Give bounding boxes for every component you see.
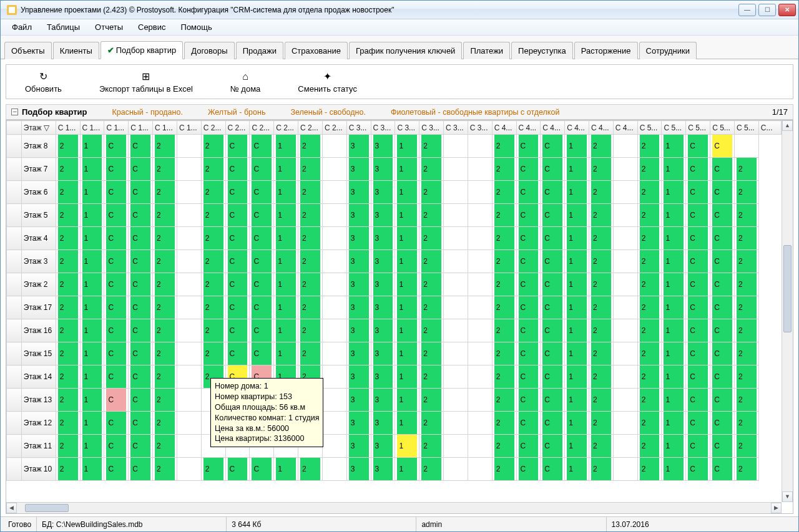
grid-cell[interactable]: 3	[371, 296, 395, 319]
grid-cell[interactable]: 1	[395, 204, 419, 227]
grid-cell[interactable]: 2	[492, 227, 516, 250]
grid-cell[interactable]: C	[225, 204, 250, 227]
table-row[interactable]: Этаж 821CC22CC1233122CC1221CC	[7, 135, 782, 158]
grid-cell[interactable]: 1	[395, 135, 419, 158]
grid-cell[interactable]: 2	[492, 181, 516, 204]
grid-cell[interactable]: 1	[80, 250, 104, 273]
column-header[interactable]: С 2...	[201, 121, 225, 135]
grid-cell[interactable]: 1	[395, 458, 419, 481]
grid-cell[interactable]: 2	[298, 181, 323, 204]
grid-cell[interactable]: C	[104, 389, 129, 412]
column-header[interactable]: С 1...	[56, 121, 80, 135]
grid-cell[interactable]: C	[129, 412, 153, 435]
grid-cell[interactable]: 2	[298, 135, 323, 158]
grid-cell[interactable]: C	[516, 342, 541, 365]
collapse-icon[interactable]	[11, 109, 18, 115]
grid-cell[interactable]: 2	[492, 296, 516, 319]
grid-cell[interactable]: 2	[637, 296, 662, 319]
grid-cell[interactable]: 3	[346, 342, 371, 365]
grid-cell[interactable]: C	[516, 250, 541, 273]
menu-help[interactable]: Помощь	[174, 20, 220, 34]
grid-cell[interactable]: 1	[565, 181, 589, 204]
refresh-button[interactable]: ↻Обновить	[6, 68, 81, 96]
grid-cell[interactable]: 2	[201, 181, 225, 204]
grid-cell[interactable]	[613, 250, 637, 273]
grid-cell[interactable]: 3	[346, 435, 371, 458]
grid-cell[interactable]	[444, 250, 468, 273]
grid-cell[interactable]: 2	[201, 135, 225, 158]
grid-cell[interactable]: 1	[80, 435, 104, 458]
grid-cell[interactable]: C	[541, 273, 565, 296]
grid-cell[interactable]: 2	[56, 458, 80, 481]
grid-cell[interactable]: 1	[395, 296, 419, 319]
grid-cell[interactable]: 2	[637, 365, 662, 389]
grid-cell[interactable]: C	[225, 227, 250, 250]
grid-cell[interactable]: C	[516, 135, 541, 158]
grid-cell[interactable]: C	[686, 365, 710, 389]
grid-cell[interactable]: C	[710, 458, 735, 481]
grid-cell[interactable]: 2	[734, 250, 758, 273]
grid-cell[interactable]: C	[710, 158, 735, 181]
grid-cell[interactable]	[322, 389, 346, 412]
grid-cell[interactable]	[613, 389, 637, 412]
grid-cell[interactable]: 3	[371, 435, 395, 458]
grid-cell[interactable]	[613, 204, 637, 227]
grid-cell[interactable]: C	[686, 342, 710, 365]
grid-cell[interactable]: C	[225, 319, 250, 342]
grid-cell[interactable]: C	[541, 296, 565, 319]
grid-cell[interactable]: C	[516, 296, 541, 319]
grid-cell[interactable]	[177, 135, 201, 158]
grid-cell[interactable]: 1	[274, 204, 298, 227]
grid-cell[interactable]: 1	[565, 412, 589, 435]
grid-cell[interactable]: C	[129, 365, 153, 389]
grid-cell[interactable]: 2	[734, 181, 758, 204]
grid-cell[interactable]: C	[129, 389, 153, 412]
grid-cell[interactable]	[613, 273, 637, 296]
grid-cell[interactable]	[444, 412, 468, 435]
table-row[interactable]: Этаж 1121CC233122CC1221CC2	[7, 435, 782, 458]
grid-cell[interactable]: 2	[734, 296, 758, 319]
grid-cell[interactable]: 2	[153, 181, 177, 204]
grid-cell[interactable]: 1	[80, 319, 104, 342]
grid-cell[interactable]: 2	[298, 319, 323, 342]
column-header[interactable]: С 3...	[468, 121, 492, 135]
grid-cell[interactable]: C	[104, 135, 129, 158]
column-header[interactable]: С 5...	[710, 121, 735, 135]
grid-cell[interactable]: 3	[346, 319, 371, 342]
grid-cell[interactable]: 2	[153, 342, 177, 365]
grid-cell[interactable]: 2	[298, 273, 323, 296]
grid-cell[interactable]: C	[686, 435, 710, 458]
grid-cell[interactable]: 1	[565, 458, 589, 481]
grid-cell[interactable]	[322, 204, 346, 227]
grid-cell[interactable]: C	[541, 389, 565, 412]
tab-7[interactable]: Платежи	[463, 42, 510, 59]
grid-cell[interactable]: 2	[492, 435, 516, 458]
grid-cell[interactable]: C	[129, 204, 153, 227]
grid-cell[interactable]: 2	[734, 458, 758, 481]
minimize-button[interactable]	[738, 4, 756, 16]
grid-cell[interactable]: 2	[589, 227, 614, 250]
grid-cell[interactable]	[177, 365, 201, 389]
grid-cell[interactable]: C	[225, 250, 250, 273]
grid-cell[interactable]: 3	[371, 135, 395, 158]
grid-cell[interactable]	[177, 342, 201, 365]
grid-cell[interactable]: C	[541, 204, 565, 227]
grid-cell[interactable]: 3	[371, 250, 395, 273]
grid-cell[interactable]: 3	[346, 181, 371, 204]
column-header[interactable]: С 4...	[541, 121, 565, 135]
grid-cell[interactable]	[444, 273, 468, 296]
grid-cell[interactable]: 2	[201, 458, 225, 481]
grid-cell[interactable]: 1	[565, 204, 589, 227]
grid-cell[interactable]: C	[250, 158, 274, 181]
grid-cell[interactable]: 2	[56, 158, 80, 181]
grid-cell[interactable]	[177, 250, 201, 273]
grid-cell[interactable]: C	[516, 273, 541, 296]
grid-cell[interactable]: 1	[662, 273, 686, 296]
grid-cell[interactable]: 3	[371, 273, 395, 296]
grid-cell[interactable]: 2	[589, 365, 614, 389]
grid-cell[interactable]: 1	[565, 158, 589, 181]
grid-cell[interactable]: 1	[662, 250, 686, 273]
column-header[interactable]: С 1...	[153, 121, 177, 135]
grid-cell[interactable]: 2	[56, 365, 80, 389]
grid-cell[interactable]: 2	[201, 250, 225, 273]
